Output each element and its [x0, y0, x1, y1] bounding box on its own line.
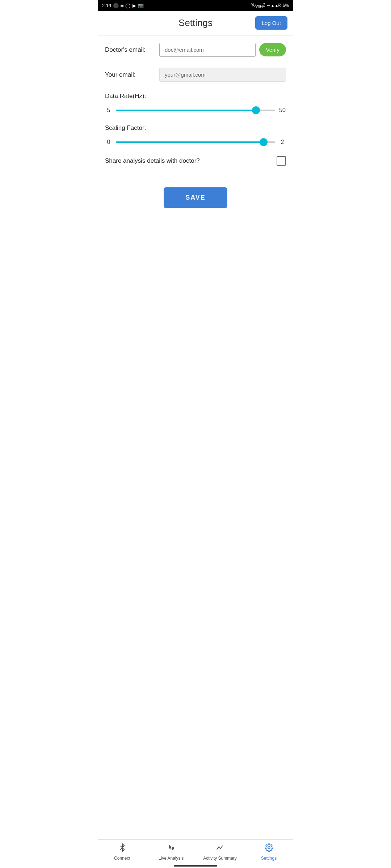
status-right: YoWiFi2 ⎼ ▴ ▴R 6%	[251, 3, 289, 8]
your-email-value: your@gmail.com	[159, 68, 286, 82]
data-rate-label: Data Rate(Hz):	[105, 93, 159, 100]
scaling-factor-min: 0	[105, 139, 112, 145]
circle-icon: ◙	[121, 3, 123, 8]
settings-content: Doctor's email: Verify Your email: your@…	[98, 35, 293, 288]
image-icon: 📷	[138, 3, 144, 8]
status-bar: 2:19 ⚫ ◙ ◯ ▶ 📷 YoWiFi2 ⎼ ▴ ▴R 6%	[98, 0, 293, 11]
doctor-email-input[interactable]	[159, 43, 256, 57]
status-left: 2:19 ⚫ ◙ ◯ ▶ 📷	[102, 3, 144, 8]
data-rate-row: Data Rate(Hz): 5 50	[105, 93, 286, 114]
logout-button[interactable]: Log Out	[255, 16, 287, 30]
data-rate-max: 50	[279, 107, 286, 114]
page-title: Settings	[178, 17, 213, 29]
signal-icon: ⎼	[267, 3, 270, 8]
scaling-factor-max: 2	[279, 139, 286, 145]
ring-icon: ◯	[125, 3, 131, 8]
wifi2-icon: YoWiFi2	[251, 3, 265, 8]
doctor-email-label: Doctor's email:	[105, 46, 159, 54]
your-email-row: Your email: your@gmail.com	[105, 68, 286, 82]
doctor-email-row: Doctor's email: Verify	[105, 43, 286, 57]
data-rate-slider-container: 5 50	[105, 107, 286, 114]
your-email-label: Your email:	[105, 71, 159, 78]
doctor-email-controls: Verify	[159, 43, 286, 57]
scaling-factor-slider[interactable]	[116, 141, 275, 143]
share-analysis-label: Share analysis details with doctor?	[105, 157, 200, 165]
scaling-factor-slider-container: 0 2	[105, 139, 286, 145]
share-analysis-row: Share analysis details with doctor?	[105, 156, 286, 166]
your-email-controls: your@gmail.com	[159, 68, 286, 82]
scaling-factor-label: Scaling Factor:	[105, 124, 159, 132]
data-rate-slider[interactable]	[116, 110, 275, 111]
network-icon: ▴R	[276, 3, 281, 8]
save-button[interactable]: SAVE	[164, 187, 227, 208]
time-display: 2:19	[102, 3, 111, 8]
battery-display: 6%	[283, 3, 289, 8]
save-section: SAVE	[105, 187, 286, 208]
wifi-icon: ▴	[272, 3, 274, 8]
verify-button[interactable]: Verify	[259, 43, 286, 56]
scaling-factor-row: Scaling Factor: 0 2	[105, 124, 286, 145]
header: Settings Log Out	[98, 11, 293, 35]
p-icon: ⚫	[113, 3, 119, 8]
arrow-icon: ▶	[133, 3, 136, 8]
share-analysis-checkbox[interactable]	[277, 156, 286, 166]
data-rate-min: 5	[105, 107, 112, 114]
